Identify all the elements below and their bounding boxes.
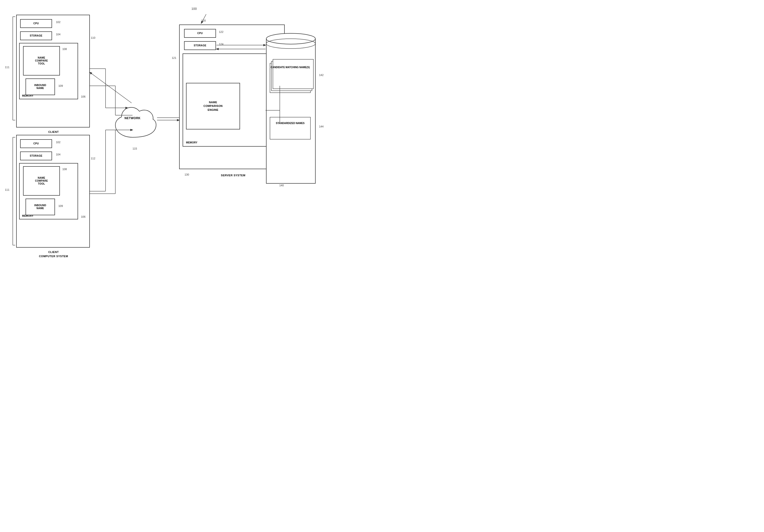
network-cloud: NETWORK (108, 96, 157, 145)
candidate-label: CANDIDATE MATCHING NAME(S) (270, 66, 310, 69)
ref-112: 112 (91, 157, 95, 160)
diagram: CPU 102 STORAGE 104 MEMORY 106 NAME COMP… (0, 0, 382, 266)
client-bot-nct-ref: 108 (62, 168, 67, 171)
client-bot-storage-label: STORAGE (30, 155, 42, 157)
network-cloud-svg (108, 96, 157, 145)
client-top-inbound-ref: 109 (59, 84, 63, 87)
client-bot-nct-box: NAME COMPARE TOOL (23, 166, 60, 196)
client-top-storage-box: STORAGE (20, 31, 52, 40)
ref-121: 121 (172, 57, 176, 59)
svg-rect-23 (270, 117, 310, 139)
cylinder-svg (265, 29, 316, 186)
server-cpu-box: CPU (184, 29, 216, 38)
client-top-nct-ref: 108 (62, 48, 67, 51)
ref-100: 100 (191, 7, 197, 11)
client-bot-storage-box: STORAGE (20, 152, 52, 160)
server-memory-label: MEMORY (186, 141, 197, 144)
standardized-label: STANDARDIZED NAMES (270, 122, 310, 125)
client-bot-cpu-label: CPU (33, 142, 39, 145)
ref-142: 142 (319, 73, 323, 76)
client-top-storage-label: STORAGE (30, 34, 42, 37)
ref-111-bot: 111 (5, 188, 9, 191)
client-top-cpu-ref: 102 (56, 21, 60, 24)
client-top-inbound-label: INBOUND NAME (34, 84, 46, 90)
server-engine-label: NAME COMPARISON ENGINE (203, 100, 223, 112)
server-storage-box: STORAGE (184, 41, 216, 50)
server-cpu-ref: 122 (219, 30, 223, 33)
client-bot-inbound-box: INBOUND NAME (26, 199, 55, 215)
ref-120: 120 (201, 19, 206, 22)
database-cylinder: CANDIDATE MATCHING NAME(S) STANDARDIZED … (265, 29, 316, 186)
server-engine-box: NAME COMPARISON ENGINE (186, 83, 240, 129)
client-top-nct-box: NAME COMPARE TOOL (23, 46, 60, 75)
server-storage-label: STORAGE (194, 44, 206, 47)
network-label: NETWORK (108, 116, 157, 120)
svg-rect-22 (273, 59, 313, 89)
ref-110: 110 (91, 36, 95, 39)
ref-144: 144 (319, 125, 323, 128)
server-cpu-label: CPU (197, 32, 203, 35)
client-bot-caption: CLIENT COMPUTER SYSTEM (19, 250, 88, 258)
client-bot-inbound-ref: 109 (59, 204, 63, 207)
client-bot-storage-ref: 104 (56, 153, 60, 156)
ref-111-top: 111 (5, 66, 9, 68)
client-bot-inbound-label: INBOUND NAME (34, 204, 46, 210)
client-top-cpu-label: CPU (33, 22, 39, 25)
client-bot-memory-ref: 106 (81, 215, 86, 218)
client-top-storage-ref: 104 (56, 33, 60, 36)
client-top-nct-label: NAME COMPARE TOOL (35, 57, 48, 65)
server-storage-ref: 124 (219, 43, 223, 46)
client-bot-cpu-ref: 102 (56, 141, 60, 144)
client-bot-nct-label: NAME COMPARE TOOL (35, 177, 48, 185)
client-bot-cpu-box: CPU (20, 139, 52, 148)
client-top-memory-ref: 106 (81, 95, 86, 98)
client-top-cpu-box: CPU (20, 19, 52, 28)
client-top-inbound-box: INBOUND NAME (26, 78, 55, 95)
ref-115: 115 (132, 147, 137, 150)
